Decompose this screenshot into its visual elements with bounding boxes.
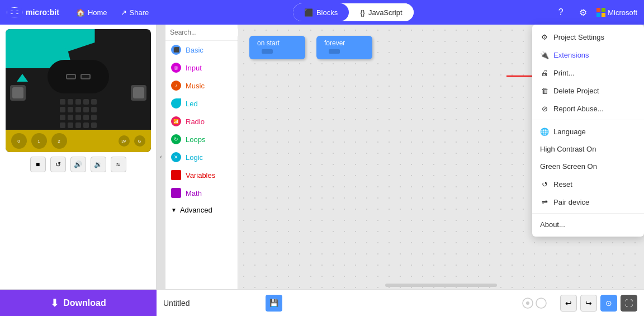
category-advanced[interactable]: ▼ Advanced [165, 202, 238, 218]
sim-dots [66, 74, 91, 79]
javascript-mode-button[interactable]: {} JavaScript [349, 3, 413, 21]
sim-dot-left [66, 74, 76, 79]
download-button[interactable]: ⬇ Download [0, 290, 157, 317]
download-icon: ⬇ [50, 297, 59, 309]
redo-button[interactable]: ↪ [580, 295, 597, 312]
js-icon: {} [360, 8, 365, 17]
sim-screen [48, 60, 109, 93]
led-9 [91, 107, 97, 112]
sim-pin-strip: 0 1 2 3V G [6, 130, 151, 152]
sim-speaker-button[interactable]: 🔊 [70, 157, 86, 172]
dropdown-reset[interactable]: ↺ Reset [532, 175, 644, 193]
dropdown-pair-device[interactable]: ⇌ Pair device [532, 193, 644, 211]
settings-button[interactable]: ⚙ [574, 3, 592, 21]
category-led[interactable]: Led [165, 95, 238, 112]
led-5 [60, 107, 65, 112]
math-label: Math [186, 189, 202, 197]
zoom-fit-button[interactable]: ⊙ [600, 295, 617, 312]
blocks-mode-button[interactable]: ⬛ Blocks [293, 3, 349, 21]
block-forever[interactable]: forever [316, 36, 372, 59]
dropdown-project-settings[interactable]: ⚙ Project Settings [532, 28, 644, 46]
save-button[interactable]: 💾 [266, 295, 282, 312]
navbar-right: ? ⚙ Microsoft [552, 3, 637, 21]
sim-restart-button[interactable]: ↺ [50, 157, 66, 172]
zoom-icon [536, 298, 547, 309]
sim-pin-0[interactable]: 0 [11, 133, 27, 149]
radio-icon: 📶 [171, 116, 181, 126]
blocks-sidebar-wrapper: ‹ 🔍 ⬛ Basic ◎ Input ♪ [157, 25, 238, 289]
dropdown-language[interactable]: 🌐 Language [532, 122, 644, 140]
logo[interactable]: micro:bit [7, 7, 59, 17]
project-settings-icon: ⚙ [540, 32, 549, 41]
download-label: Download [63, 298, 106, 308]
delete-icon: 🗑 [540, 86, 549, 95]
category-radio[interactable]: 📶 Radio [165, 112, 238, 130]
sim-triangle [17, 74, 28, 82]
undo-button[interactable]: ↩ [560, 295, 577, 312]
dropdown-about[interactable]: About... [532, 216, 644, 233]
collapse-sidebar-button[interactable]: ‹ [157, 25, 165, 289]
blocks-icon: ⬛ [304, 8, 313, 17]
category-music[interactable]: ♪ Music [165, 77, 238, 95]
led-18 [83, 122, 89, 128]
report-icon: ⊘ [540, 104, 549, 113]
sim-teal-right [61, 29, 95, 51]
dropdown-report-abuse[interactable]: ⊘ Report Abuse... [532, 100, 644, 117]
share-link[interactable]: ↗ Share [115, 5, 155, 20]
sim-volume-button[interactable]: 🔉 [91, 157, 106, 172]
home-link[interactable]: 🏠 Home [70, 5, 113, 20]
advanced-label: Advanced [180, 206, 212, 214]
block-notch-forever [329, 49, 340, 54]
dropdown-green-screen[interactable]: Green Screen On [532, 158, 644, 175]
home-icon: 🏠 [76, 8, 85, 17]
workspace-scrollbar-h[interactable] [385, 284, 497, 287]
bottom-right-controls: ↩ ↪ ⊙ ⛶ [553, 295, 644, 312]
sim-button-b[interactable] [131, 85, 146, 101]
settings-dropdown: ⚙ Project Settings 🔌 Extensions 🖨 Print.… [532, 25, 644, 237]
blocks-panel: 🔍 ⬛ Basic ◎ Input ♪ Music [165, 25, 238, 289]
extensions-icon: 🔌 [540, 50, 549, 59]
dropdown-high-contrast[interactable]: High Contrast On [532, 140, 644, 158]
led-2 [75, 99, 81, 105]
sim-stop-button[interactable]: ■ [30, 157, 46, 172]
navbar: micro:bit 🏠 Home ↗ Share ⬛ Blocks {} Jav… [0, 0, 644, 25]
sim-pin-1[interactable]: 1 [31, 133, 47, 149]
led-3 [83, 99, 89, 105]
led-1 [68, 99, 73, 105]
led-0 [60, 99, 65, 105]
variables-label: Variables [186, 171, 215, 180]
category-math[interactable]: Math [165, 184, 238, 202]
category-logic[interactable]: ✕ Logic [165, 148, 238, 166]
dropdown-extensions[interactable]: 🔌 Extensions [532, 46, 644, 64]
mode-toggle: ⬛ Blocks {} JavaScript [293, 3, 414, 21]
on-start-label: on start [257, 39, 297, 47]
category-loops[interactable]: ↻ Loops [165, 130, 238, 148]
block-on-start[interactable]: on start [249, 36, 305, 59]
bottom-bar: ⬇ Download 💾 ↩ ↪ ⊙ ⛶ [0, 289, 644, 316]
category-basic[interactable]: ⬛ Basic [165, 41, 238, 59]
loops-label: Loops [186, 135, 205, 144]
divider-2 [532, 213, 644, 214]
logo-text: micro:bit [26, 8, 59, 17]
led-10 [60, 115, 65, 120]
led-8 [83, 107, 89, 112]
help-button[interactable]: ? [552, 3, 570, 21]
sim-slow-button[interactable]: ≈ [111, 157, 126, 172]
input-label: Input [186, 64, 202, 72]
sim-button-a[interactable] [10, 85, 26, 101]
dropdown-print[interactable]: 🖨 Print... [532, 64, 644, 82]
category-variables[interactable]: Variables [165, 166, 238, 184]
fullscreen-button[interactable]: ⛶ [621, 295, 637, 312]
led-11 [68, 115, 73, 120]
microsoft-logo[interactable]: Microsoft [596, 8, 637, 17]
category-input[interactable]: ◎ Input [165, 59, 238, 77]
svg-point-6 [536, 298, 546, 308]
simulator-device: 0 1 2 3V G [6, 29, 151, 152]
sim-pin-2[interactable]: 2 [51, 133, 67, 149]
logo-icon [7, 7, 22, 17]
radio-label: Radio [186, 117, 205, 126]
dropdown-delete-project[interactable]: 🗑 Delete Project [532, 82, 644, 100]
pair-icon: ⇌ [540, 197, 549, 206]
project-name-input[interactable] [163, 299, 261, 308]
led-icon [171, 98, 181, 109]
